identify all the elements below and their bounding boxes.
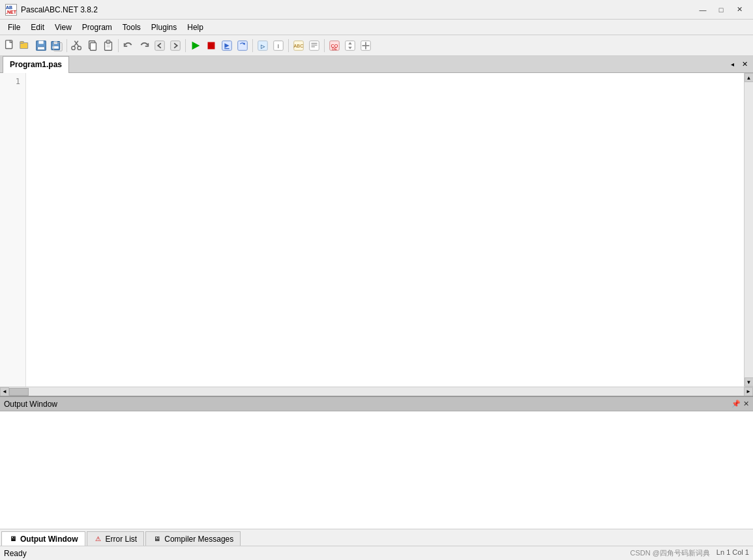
svg-rect-25	[208, 42, 215, 49]
scroll-track-horizontal[interactable]	[9, 387, 744, 396]
code-area[interactable]	[26, 73, 744, 387]
menu-program[interactable]: Program	[77, 22, 117, 33]
save-all-button[interactable]	[50, 38, 64, 53]
undo-button[interactable]	[121, 38, 136, 53]
menu-edit[interactable]: Edit	[25, 22, 50, 33]
svg-rect-23	[171, 40, 181, 50]
save-button[interactable]	[34, 38, 48, 53]
copy-button[interactable]	[85, 38, 100, 53]
toolbar-sep6	[324, 39, 325, 52]
output-close-button[interactable]: ✕	[743, 400, 749, 408]
output-title: Output Window	[4, 400, 57, 409]
watermark: CSDN @四角号码新词典	[630, 548, 709, 558]
step-over-button[interactable]	[235, 38, 250, 53]
tab-label: Program1.pas	[10, 60, 62, 69]
output-panel: Output Window 📌 ✕ 🖥 Output Window ⚠ Erro…	[0, 396, 753, 546]
tab-bar: Program1.pas ◂ ✕	[0, 56, 753, 73]
output-controls: 📌 ✕	[731, 400, 749, 408]
toolbar-btn2[interactable]: I	[271, 38, 286, 53]
title-bar-left: AB.NET PascalABC.NET 3.8.2	[5, 4, 98, 16]
toolbar-btn6[interactable]	[343, 38, 357, 53]
menu-file[interactable]: File	[3, 22, 25, 33]
svg-text:DE: DE	[332, 47, 337, 51]
menu-view[interactable]: View	[50, 22, 77, 33]
run-button[interactable]	[188, 38, 203, 53]
svg-text:ABC: ABC	[294, 42, 304, 48]
maximize-button[interactable]: □	[713, 3, 730, 16]
toolbar-btn4[interactable]	[307, 38, 321, 53]
title-controls: — □ ✕	[694, 3, 748, 16]
svg-text:I: I	[278, 43, 279, 49]
svg-text:▷: ▷	[261, 43, 265, 49]
tab-close-area: ◂ ✕	[728, 59, 753, 70]
scroll-left-arrow[interactable]: ◄	[0, 387, 9, 396]
status-right: CSDN @四角号码新词典 Ln 1 Col 1	[630, 548, 749, 558]
title-bar: AB.NET PascalABC.NET 3.8.2 — □ ✕	[0, 0, 753, 20]
output-tab-label-3: Compiler Messages	[164, 535, 233, 544]
line-number-1: 1	[3, 76, 23, 87]
toolbar-btn3[interactable]: ABC	[291, 38, 306, 53]
editor-area: 1 ▲ ▼ ◄ ►	[0, 73, 753, 396]
prev-pos-button[interactable]	[153, 38, 167, 53]
error-list-icon: ⚠	[94, 535, 103, 544]
output-pin-button[interactable]: 📌	[731, 400, 741, 408]
status-bar: Ready CSDN @四角号码新词典 Ln 1 Col 1	[0, 546, 753, 560]
minimize-button[interactable]: —	[694, 3, 711, 16]
toolbar-btn7[interactable]	[359, 38, 373, 53]
output-tab-compiler-messages[interactable]: 🖥 Compiler Messages	[145, 531, 241, 546]
output-tab-label-1: Output Window	[20, 535, 78, 544]
tab-prev-arrow[interactable]: ◂	[728, 59, 737, 69]
scroll-track-vertical[interactable]	[745, 82, 754, 377]
toolbar-sep5	[288, 39, 289, 52]
open-button[interactable]	[18, 38, 33, 53]
debug-step-button[interactable]	[220, 38, 234, 53]
scroll-thumb-h[interactable]	[9, 388, 29, 396]
svg-rect-5	[38, 46, 45, 50]
editor-with-scroll: 1 ▲ ▼	[0, 73, 753, 387]
output-header: Output Window 📌 ✕	[0, 397, 753, 411]
scroll-up-arrow[interactable]: ▲	[745, 73, 754, 82]
output-content	[0, 411, 753, 529]
toolbar-btn1[interactable]: ▷	[256, 38, 270, 53]
paste-button[interactable]	[101, 38, 115, 53]
output-window-icon: 🖥	[8, 535, 18, 544]
menu-tools[interactable]: Tools	[117, 22, 146, 33]
toolbar-sep3	[185, 39, 186, 52]
status-ready: Ready	[4, 549, 27, 558]
tab-close-button[interactable]: ✕	[739, 59, 750, 70]
tab-program1[interactable]: Program1.pas	[3, 56, 69, 73]
svg-marker-24	[192, 41, 200, 50]
menu-bar: File Edit View Program Tools Plugins Hel…	[0, 20, 753, 35]
output-tab-label-2: Error List	[106, 535, 138, 544]
toolbar: ▷ I ABC CODE	[0, 35, 753, 56]
svg-rect-29	[238, 40, 248, 50]
vertical-scrollbar[interactable]: ▲ ▼	[744, 73, 753, 387]
menu-help[interactable]: Help	[182, 22, 209, 33]
redo-button[interactable]	[137, 38, 151, 53]
toolbar-btn5[interactable]: CODE	[327, 38, 342, 53]
menu-plugins[interactable]: Plugins	[146, 22, 182, 33]
output-tab-output-window[interactable]: 🖥 Output Window	[1, 531, 85, 546]
scroll-down-arrow[interactable]: ▼	[745, 377, 754, 387]
svg-rect-4	[38, 40, 43, 44]
editor-content: 1	[0, 73, 744, 387]
new-button[interactable]	[3, 38, 17, 53]
compiler-messages-icon: 🖥	[153, 535, 162, 544]
scroll-right-arrow[interactable]: ►	[744, 387, 753, 396]
cut-button[interactable]	[70, 38, 84, 53]
toolbar-sep4	[252, 39, 253, 52]
svg-rect-22	[155, 40, 165, 50]
stop-button[interactable]	[204, 38, 218, 53]
svg-rect-17	[90, 42, 96, 50]
svg-rect-37	[310, 40, 319, 50]
close-button[interactable]: ✕	[731, 3, 748, 16]
next-pos-button[interactable]	[168, 38, 183, 53]
toolbar-sep1	[66, 39, 67, 52]
output-tab-error-list[interactable]: ⚠ Error List	[87, 531, 145, 546]
toolbar-sep2	[118, 39, 119, 52]
app-title: PascalABC.NET 3.8.2	[21, 5, 98, 14]
line-numbers: 1	[0, 73, 26, 387]
app-icon: AB.NET	[5, 4, 17, 16]
horizontal-scrollbar[interactable]: ◄ ►	[0, 387, 753, 396]
output-tabs: 🖥 Output Window ⚠ Error List 🖥 Compiler …	[0, 529, 753, 546]
